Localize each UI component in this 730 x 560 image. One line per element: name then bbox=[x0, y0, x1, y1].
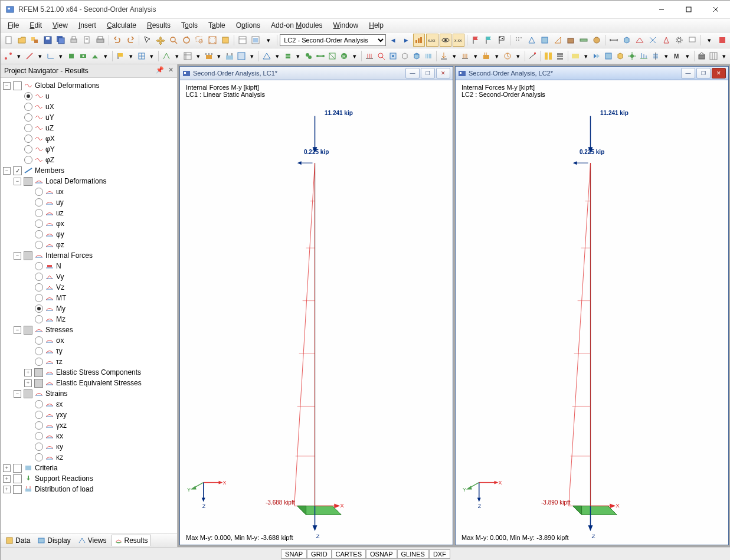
t2-13-icon[interactable] bbox=[136, 50, 147, 63]
tab-data[interactable]: Data bbox=[3, 535, 32, 546]
t2-43-icon[interactable] bbox=[481, 50, 492, 63]
pointer-icon[interactable] bbox=[142, 34, 153, 47]
doc-title-lc1[interactable]: Second-Order Analysis, LC1* — ❐ ✕ bbox=[180, 67, 453, 80]
result-tree[interactable]: −Global Deformations u uX uY uZ φX φY φZ… bbox=[1, 78, 177, 533]
t2-33-icon[interactable] bbox=[364, 50, 375, 63]
radio-my[interactable] bbox=[35, 304, 43, 313]
t2-48-icon[interactable] bbox=[543, 50, 554, 63]
t2-54-icon[interactable] bbox=[615, 50, 626, 63]
flag-cyan-icon[interactable] bbox=[483, 34, 495, 47]
values-on-icon[interactable]: x.xx bbox=[426, 34, 438, 47]
menu-edit[interactable]: Edit bbox=[25, 20, 47, 31]
model6-icon[interactable] bbox=[591, 34, 603, 47]
tab-results[interactable]: Results bbox=[112, 535, 151, 546]
tab-display[interactable]: Display bbox=[35, 535, 73, 546]
t2-17-icon[interactable] bbox=[182, 50, 193, 63]
collapse-icon[interactable]: − bbox=[3, 167, 11, 175]
t2-23-icon[interactable]: ▾ bbox=[248, 50, 256, 63]
rfem-icon[interactable] bbox=[716, 34, 728, 47]
cube-icon[interactable] bbox=[621, 34, 633, 47]
rotate-icon[interactable] bbox=[181, 34, 192, 47]
doc-title-lc2[interactable]: Second-Order Analysis, LC2* — ❐ ✕ bbox=[456, 67, 728, 80]
minimize-button[interactable] bbox=[648, 1, 675, 18]
pin-icon[interactable]: 📌 bbox=[156, 66, 164, 74]
t2-57-icon[interactable] bbox=[650, 50, 661, 63]
results-on-icon[interactable] bbox=[413, 34, 425, 47]
t2-21-icon[interactable] bbox=[224, 50, 235, 63]
t2-18-icon[interactable]: ▾ bbox=[194, 50, 202, 63]
menu-file[interactable]: File bbox=[3, 20, 24, 31]
t2-37-icon[interactable] bbox=[411, 50, 422, 63]
zoomall-icon[interactable] bbox=[207, 34, 218, 47]
model2-icon[interactable] bbox=[539, 34, 551, 47]
status-cartes[interactable]: CARTES bbox=[332, 549, 366, 559]
t2-40-icon[interactable]: ▾ bbox=[450, 50, 459, 63]
model4-icon[interactable] bbox=[565, 34, 577, 47]
status-osnap[interactable]: OSNAP bbox=[366, 549, 397, 559]
radio-uy[interactable] bbox=[24, 113, 32, 122]
viewport-lc1[interactable]: Internal Forces M-y [kipft]LC1 : Linear … bbox=[180, 80, 453, 545]
radio-ux[interactable] bbox=[24, 103, 32, 111]
menu-addons[interactable]: Add-on Modules bbox=[266, 20, 327, 31]
t2-3-icon[interactable] bbox=[24, 50, 35, 63]
t2-42-icon[interactable]: ▾ bbox=[472, 50, 480, 63]
maximize-button[interactable] bbox=[675, 1, 702, 18]
view1-icon[interactable] bbox=[237, 34, 248, 47]
t2-5-icon[interactable] bbox=[45, 50, 56, 63]
radio-u[interactable] bbox=[24, 92, 32, 100]
menu-insert[interactable]: Insert bbox=[74, 20, 101, 31]
print-icon[interactable] bbox=[68, 34, 80, 47]
t2-27-icon[interactable]: ▾ bbox=[294, 50, 303, 63]
t2-31-icon[interactable]: R bbox=[339, 50, 349, 63]
save-icon[interactable] bbox=[42, 34, 54, 47]
radio-phiz[interactable] bbox=[24, 156, 32, 164]
flag-red-icon[interactable] bbox=[470, 34, 482, 47]
t2-60-icon[interactable]: ▾ bbox=[683, 50, 692, 63]
menu-view[interactable]: View bbox=[48, 20, 73, 31]
t2-59-icon[interactable]: M bbox=[672, 50, 682, 63]
viewport-lc2[interactable]: Internal Forces M-y [kipft]LC2 : Second-… bbox=[456, 80, 728, 545]
t2-39-icon[interactable] bbox=[438, 50, 449, 63]
grid-icon[interactable] bbox=[513, 34, 525, 47]
radio-phiy[interactable] bbox=[24, 145, 32, 153]
menu-help[interactable]: Help bbox=[364, 20, 388, 31]
t2-35-icon[interactable] bbox=[388, 50, 398, 63]
t2-49-icon[interactable] bbox=[555, 50, 565, 63]
doc-max-icon[interactable]: ❐ bbox=[421, 68, 435, 78]
doc-close-icon[interactable]: ✕ bbox=[712, 68, 726, 78]
checkbox-members[interactable]: ✓ bbox=[13, 166, 22, 175]
t2-6-icon[interactable]: ▾ bbox=[57, 50, 66, 63]
doc-min-icon[interactable]: — bbox=[681, 68, 695, 78]
t2-62-icon[interactable] bbox=[708, 50, 719, 63]
status-glines[interactable]: GLINES bbox=[397, 549, 429, 559]
zoomwindow-icon[interactable] bbox=[194, 34, 205, 47]
measure-icon[interactable] bbox=[608, 34, 620, 47]
menu-results[interactable]: Results bbox=[142, 20, 175, 31]
t2-22-icon[interactable] bbox=[236, 50, 247, 63]
zoom-icon[interactable] bbox=[168, 34, 179, 47]
t2-16-icon[interactable]: ▾ bbox=[173, 50, 181, 63]
eye-icon[interactable] bbox=[440, 34, 451, 47]
collapse-icon[interactable]: − bbox=[3, 82, 11, 90]
t2-44-icon[interactable]: ▾ bbox=[493, 50, 501, 63]
next-icon[interactable]: ► bbox=[400, 34, 412, 47]
t2-10-icon[interactable]: ▾ bbox=[102, 50, 110, 63]
t2-41-icon[interactable] bbox=[460, 50, 470, 63]
t2-11-icon[interactable] bbox=[115, 50, 126, 63]
t2-19-icon[interactable] bbox=[204, 50, 214, 63]
t2-12-icon[interactable]: ▾ bbox=[127, 50, 135, 63]
cross-icon[interactable] bbox=[647, 34, 659, 47]
values2-icon[interactable]: x.xx bbox=[453, 34, 464, 47]
loadcase-combo[interactable]: LC2 - Second-Order Analysis bbox=[280, 34, 386, 46]
t2-52-icon[interactable] bbox=[591, 50, 602, 63]
truss-icon[interactable] bbox=[634, 34, 646, 47]
t2-61-icon[interactable] bbox=[696, 50, 707, 63]
pan-icon[interactable] bbox=[155, 34, 166, 47]
t2-29-icon[interactable] bbox=[315, 50, 326, 63]
t2-34-icon[interactable] bbox=[376, 50, 387, 63]
menu-calculate[interactable]: Calculate bbox=[102, 20, 141, 31]
comment-icon[interactable] bbox=[686, 34, 698, 47]
block-icon[interactable] bbox=[29, 34, 41, 47]
new-icon[interactable] bbox=[3, 34, 15, 47]
t2-14-icon[interactable]: ▾ bbox=[148, 50, 156, 63]
